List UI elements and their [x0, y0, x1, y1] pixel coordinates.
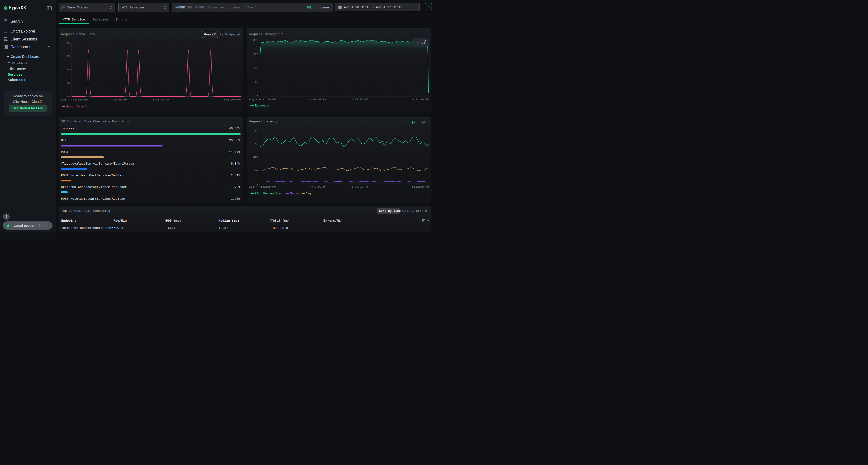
svg-text:0%: 0% — [67, 55, 70, 58]
svg-text:9k: 9k — [255, 80, 258, 84]
svg-text:4:48:00 PM: 4:48:00 PM — [310, 185, 327, 189]
svg-text:5:03:00 PM: 5:03:00 PM — [351, 98, 368, 101]
svg-text:0%: 0% — [67, 42, 70, 45]
svg-text:Requests: Requests — [255, 104, 269, 107]
svg-text:5:03:00 PM: 5:03:00 PM — [351, 185, 368, 189]
svg-text:17k: 17k — [253, 66, 258, 70]
svg-text:5:31:00 PM: 5:31:00 PM — [412, 98, 429, 101]
svg-text:26k: 26k — [253, 52, 258, 55]
svg-text:5:03:00 PM: 5:03:00 PM — [152, 98, 169, 101]
svg-text:34k: 34k — [253, 38, 258, 41]
svg-text:Median: Median — [290, 192, 301, 196]
svg-text:1k: 1k — [255, 129, 258, 133]
svg-text:5:31:00 PM: 5:31:00 PM — [412, 185, 429, 189]
svg-text:Error Rate %: Error Rate % — [66, 105, 87, 108]
svg-text:95th Percentile: 95th Percentile — [255, 192, 281, 196]
svg-text:0%: 0% — [67, 81, 70, 85]
svg-text:Aug 4 4:31:00 PM: Aug 4 4:31:00 PM — [249, 185, 276, 189]
svg-text:5:31:00 PM: 5:31:00 PM — [224, 98, 241, 101]
svg-text:4:48:00 PM: 4:48:00 PM — [111, 98, 127, 101]
svg-text:4:48:00 PM: 4:48:00 PM — [310, 98, 326, 101]
svg-text:200: 200 — [253, 169, 258, 172]
svg-text:400: 400 — [253, 156, 258, 159]
svg-text:0: 0 — [256, 182, 258, 185]
svg-text:Aug 4 4:31:00 PM: Aug 4 4:31:00 PM — [61, 98, 88, 101]
svg-text:Aug 4 4:31:00 PM: Aug 4 4:31:00 PM — [249, 98, 276, 101]
svg-text:0: 0 — [256, 95, 258, 98]
svg-text:Avg: Avg — [306, 192, 311, 196]
svg-text:0%: 0% — [67, 95, 70, 98]
svg-text:1k: 1k — [255, 143, 258, 146]
svg-text:0%: 0% — [67, 68, 70, 71]
